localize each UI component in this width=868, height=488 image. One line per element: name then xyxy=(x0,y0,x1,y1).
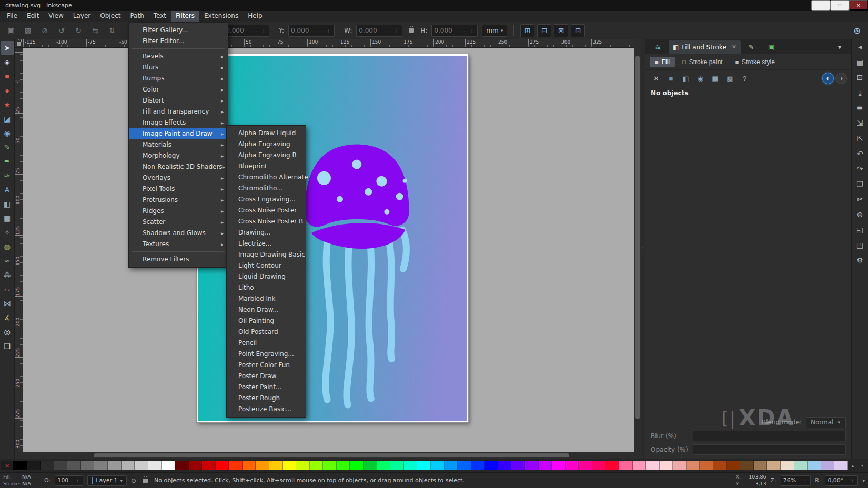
paint-radial-gradient-button[interactable]: ◉ xyxy=(694,73,707,84)
palette-swatch[interactable] xyxy=(269,461,283,470)
palette-swatch[interactable] xyxy=(552,461,566,470)
palette-swatch[interactable] xyxy=(54,461,68,470)
unit-selector[interactable]: mm▾ xyxy=(482,25,507,37)
object-opacity-input[interactable]: 100 − + xyxy=(55,475,83,486)
palette-swatch[interactable] xyxy=(605,461,619,470)
submenu-item[interactable]: Light Contour xyxy=(227,260,306,271)
filters-menu-item[interactable]: Filter Editor... ▸ xyxy=(129,36,228,47)
palette-swatch[interactable] xyxy=(122,461,135,470)
measure-tool[interactable]: ∡ xyxy=(1,311,14,324)
layer-lock-icon[interactable] xyxy=(140,477,150,484)
filters-menu-item[interactable]: Bumps ▸ xyxy=(129,73,228,84)
filters-menu-item[interactable]: Remove Filters ▸ xyxy=(129,254,228,265)
layer-visibility-icon[interactable]: ⊙ xyxy=(131,477,136,484)
palette-swatch[interactable] xyxy=(296,461,310,470)
collapse-dock-icon[interactable]: ◂ xyxy=(854,42,866,52)
horizontal-ruler[interactable]: -125-100-75-50-2502550751001251501752002… xyxy=(23,39,634,48)
palette-swatch[interactable] xyxy=(808,461,821,470)
palette-swatch[interactable] xyxy=(754,461,768,470)
filters-menu-item[interactable]: Bevels ▸ xyxy=(129,51,228,62)
filters-menu-item[interactable]: Materials ▸ xyxy=(129,139,228,150)
palette-swatch[interactable] xyxy=(445,461,458,470)
width-decrement[interactable]: − xyxy=(387,28,393,34)
filters-menu-item[interactable]: Textures ▸ xyxy=(129,239,228,250)
close-button[interactable]: ✕ xyxy=(849,0,868,11)
palette-swatch[interactable] xyxy=(834,461,848,470)
panel-tab[interactable]: ■Fill xyxy=(650,57,675,67)
submenu-item[interactable]: Cross Noise Poster xyxy=(227,205,306,216)
deselect-icon[interactable]: ⊘ xyxy=(38,24,52,37)
eraser-tool[interactable]: ▱ xyxy=(1,282,14,296)
y-increment[interactable]: + xyxy=(326,28,332,34)
pencil-tool[interactable]: ✎ xyxy=(1,140,14,154)
palette-swatch[interactable] xyxy=(740,461,754,470)
submenu-item[interactable]: Liquid Drawing xyxy=(227,271,306,282)
palette-swatch[interactable] xyxy=(108,461,122,470)
submenu-item[interactable]: Image Drawing Basic xyxy=(227,249,306,260)
x-decrement[interactable]: − xyxy=(254,28,260,34)
cut-button[interactable]: ✂ xyxy=(854,194,866,205)
submenu-item[interactable]: Electrize... xyxy=(227,238,306,249)
filters-menu-item[interactable]: Pixel Tools ▸ xyxy=(129,184,228,195)
fill-rule-nonzero-button[interactable]: ◑ xyxy=(835,73,847,84)
menubar-item[interactable]: File xyxy=(2,11,22,22)
palette-swatch[interactable] xyxy=(660,461,673,470)
submenu-item[interactable]: Oil Painting xyxy=(227,316,306,327)
text-tool[interactable]: A xyxy=(1,183,14,197)
scrollbar-thumb[interactable] xyxy=(635,56,640,419)
print-button[interactable]: ≣ xyxy=(854,103,866,113)
document-new-button[interactable]: ▤ xyxy=(854,57,866,67)
submenu-item[interactable]: Point Engraving... xyxy=(227,349,306,360)
menubar-item[interactable]: Text xyxy=(149,11,171,22)
palette-swatch[interactable] xyxy=(417,461,431,470)
transform-patterns-toggle[interactable]: ⊡ xyxy=(571,24,585,37)
flip-horizontal-icon[interactable]: ⇆ xyxy=(88,24,102,37)
palette-swatch[interactable] xyxy=(364,461,377,470)
palette-swatch[interactable] xyxy=(162,461,175,470)
width-increment[interactable]: + xyxy=(393,28,400,34)
pages-tool[interactable]: ❑ xyxy=(1,339,14,353)
snapping-options-button[interactable]: ⊚ xyxy=(850,24,864,37)
paint-pattern-button[interactable]: ▦ xyxy=(709,73,722,84)
submenu-item[interactable]: Posterize Basic... xyxy=(227,404,306,415)
submenu-item[interactable]: Neon Draw... xyxy=(227,304,306,316)
zoom-drawing-button[interactable]: ◳ xyxy=(854,240,866,250)
node-tool[interactable]: ◈ xyxy=(1,55,14,69)
submenu-item[interactable]: Poster Rough xyxy=(227,393,306,404)
layer-selector[interactable]: Layer 1 ▾ xyxy=(87,475,127,486)
palette-swatch[interactable] xyxy=(148,461,162,470)
fill-rule-evenodd-button[interactable]: ◐ xyxy=(822,73,834,84)
palette-swatch[interactable] xyxy=(27,461,41,470)
palette-swatch[interactable] xyxy=(525,461,539,470)
spiral-tool[interactable]: ◉ xyxy=(1,126,14,140)
lock-ratio-toggle[interactable] xyxy=(409,28,414,33)
palette-swatch[interactable] xyxy=(592,461,606,470)
opacity-input[interactable] xyxy=(693,444,846,455)
box3d-tool[interactable]: ◪ xyxy=(1,112,14,126)
palette-swatch[interactable] xyxy=(821,461,835,470)
palette-swatch[interactable] xyxy=(404,461,418,470)
palette-swatch[interactable] xyxy=(579,461,592,470)
filters-menu-item[interactable]: Scatter ▸ xyxy=(129,217,228,228)
copy-button[interactable]: ❐ xyxy=(854,179,866,189)
flip-vertical-icon[interactable]: ⇅ xyxy=(105,24,119,37)
palette-swatch[interactable] xyxy=(619,461,633,470)
submenu-item[interactable]: Alpha Draw Liquid xyxy=(227,128,306,139)
gradient-tool[interactable]: ◧ xyxy=(1,197,14,211)
submenu-item[interactable]: Blueprint xyxy=(227,161,306,172)
submenu-item[interactable]: Alpha Engraving xyxy=(227,139,306,150)
selector-tool[interactable]: ➤ xyxy=(1,41,14,55)
palette-swatch[interactable] xyxy=(323,461,337,470)
scrollbar-thumb[interactable] xyxy=(94,453,569,458)
palette-swatch[interactable] xyxy=(243,461,256,470)
filters-menu-item[interactable]: Image Paint and Draw ▸ xyxy=(129,128,228,139)
spray-tool[interactable]: ⁂ xyxy=(1,268,14,282)
palette-swatch[interactable] xyxy=(646,461,660,470)
height-decrement[interactable]: − xyxy=(462,28,469,34)
mesh-tool[interactable]: ▦ xyxy=(1,211,14,225)
opacity-decrement[interactable]: − xyxy=(68,478,75,483)
paint-flat-color-button[interactable]: ■ xyxy=(664,73,678,84)
submenu-item[interactable]: Litho xyxy=(227,282,306,293)
filters-menu-item[interactable]: Non-Realistic 3D Shaders ▸ xyxy=(129,161,228,172)
palette-swatch[interactable] xyxy=(202,461,216,470)
